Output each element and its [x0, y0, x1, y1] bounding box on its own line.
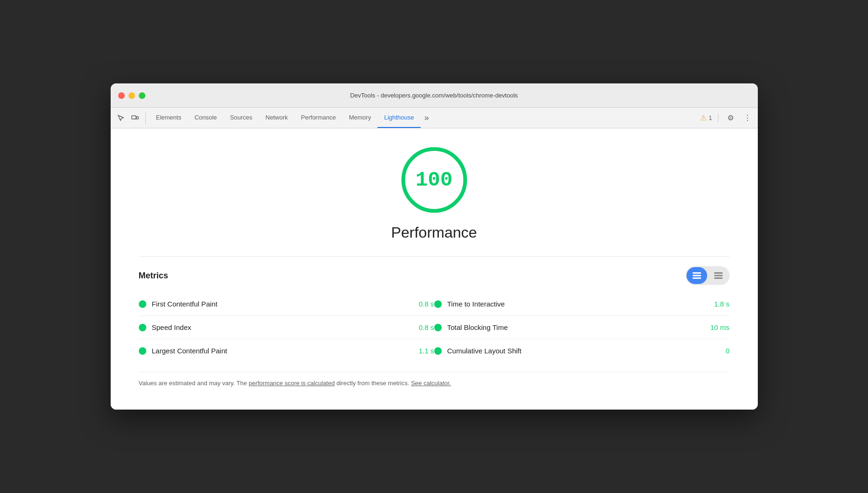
svg-rect-1	[136, 117, 138, 119]
score-value: 100	[415, 168, 453, 192]
metrics-section: Metrics	[139, 256, 730, 362]
score-circle: 100	[401, 147, 467, 213]
view-toggle	[686, 266, 730, 285]
metric-name-lcp: Largest Contentful Paint	[152, 347, 227, 355]
metric-lcp: Largest Contentful Paint 1.1 s	[139, 347, 434, 355]
traffic-lights	[118, 92, 145, 99]
metric-fcp: First Contentful Paint 0.8 s	[139, 300, 434, 308]
metric-name-tti: Time to Interactive	[447, 300, 505, 308]
metric-value-fcp: 0.8 s	[406, 300, 434, 308]
more-options-button[interactable]: ⋮	[741, 112, 754, 125]
settings-button[interactable]: ⚙	[724, 112, 737, 125]
window-title: DevTools - developers.google.com/web/too…	[350, 92, 518, 99]
footer-text-between: directly from these metrics.	[335, 380, 411, 387]
metric-value-tbt: 10 ms	[702, 323, 730, 331]
title-bar: DevTools - developers.google.com/web/too…	[111, 83, 758, 108]
tab-performance[interactable]: Performance	[294, 108, 342, 128]
inspect-element-button[interactable]	[114, 112, 128, 125]
metric-dot-fcp	[139, 300, 146, 308]
metric-name-tbt: Total Blocking Time	[447, 323, 508, 331]
metric-name-si: Speed Index	[152, 323, 191, 331]
metric-name-cls: Cumulative Layout Shift	[447, 347, 521, 355]
close-button[interactable]	[118, 92, 125, 99]
metric-si: Speed Index 0.8 s	[139, 323, 434, 331]
tab-sources[interactable]: Sources	[223, 108, 259, 128]
metric-value-cls: 0	[702, 347, 730, 355]
tab-memory[interactable]: Memory	[342, 108, 377, 128]
metric-row-2: Speed Index 0.8 s Total Blocking Time 10…	[139, 316, 730, 339]
toolbar-divider	[718, 113, 718, 123]
devtools-toolbar: Elements Console Sources Network Perform…	[111, 108, 758, 128]
footer-text-before: Values are estimated and may vary. The	[139, 380, 249, 387]
more-tabs-button[interactable]: »	[421, 108, 433, 128]
toolbar-right: ⚠ 1 ⚙ ⋮	[700, 112, 754, 125]
metric-value-si: 0.8 s	[406, 323, 434, 331]
tab-network[interactable]: Network	[259, 108, 294, 128]
svg-rect-7	[714, 277, 723, 279]
footer-note: Values are estimated and may vary. The p…	[139, 372, 730, 387]
svg-rect-0	[132, 116, 136, 119]
svg-rect-2	[693, 272, 701, 274]
metric-row-3: Largest Contentful Paint 1.1 s Cumulativ…	[139, 339, 730, 362]
score-container: 100 Performance	[139, 147, 730, 241]
metric-dot-si	[139, 324, 146, 331]
svg-rect-5	[714, 272, 723, 274]
maximize-button[interactable]	[139, 92, 145, 99]
devtools-window: DevTools - developers.google.com/web/too…	[111, 83, 758, 410]
list-view-button[interactable]	[687, 267, 707, 284]
svg-rect-6	[714, 275, 723, 276]
device-toolbar-button[interactable]	[128, 112, 142, 125]
metrics-title: Metrics	[139, 271, 168, 281]
metric-dot-cls	[434, 347, 442, 355]
warning-badge[interactable]: ⚠ 1	[700, 113, 712, 122]
metric-tbt: Total Blocking Time 10 ms	[434, 323, 730, 331]
chart-view-button[interactable]	[708, 267, 729, 284]
warning-count: 1	[709, 114, 712, 121]
score-label: Performance	[391, 224, 477, 241]
warning-icon: ⚠	[700, 113, 707, 122]
tab-lighthouse[interactable]: Lighthouse	[377, 108, 421, 128]
metrics-header: Metrics	[139, 266, 730, 285]
metric-row-1: First Contentful Paint 0.8 s Time to Int…	[139, 292, 730, 316]
minimize-button[interactable]	[128, 92, 135, 99]
tab-console[interactable]: Console	[188, 108, 224, 128]
metrics-grid: First Contentful Paint 0.8 s Time to Int…	[139, 292, 730, 362]
main-content: 100 Performance Metrics	[111, 128, 758, 410]
metric-tti: Time to Interactive 1.8 s	[434, 300, 730, 308]
metric-dot-lcp	[139, 347, 146, 355]
footer-link-calculator[interactable]: See calculator.	[411, 380, 451, 387]
toolbar-icons	[114, 112, 146, 125]
svg-rect-3	[693, 275, 701, 276]
metric-name-fcp: First Contentful Paint	[152, 300, 218, 308]
tab-elements[interactable]: Elements	[150, 108, 188, 128]
tabs: Elements Console Sources Network Perform…	[150, 108, 701, 128]
metric-cls: Cumulative Layout Shift 0	[434, 347, 730, 355]
metric-value-tti: 1.8 s	[702, 300, 730, 308]
footer-link-score[interactable]: performance score is calculated	[249, 380, 335, 387]
svg-rect-4	[693, 277, 701, 279]
metric-value-lcp: 1.1 s	[406, 347, 434, 355]
metric-dot-tbt	[434, 324, 442, 331]
metric-dot-tti	[434, 300, 442, 308]
